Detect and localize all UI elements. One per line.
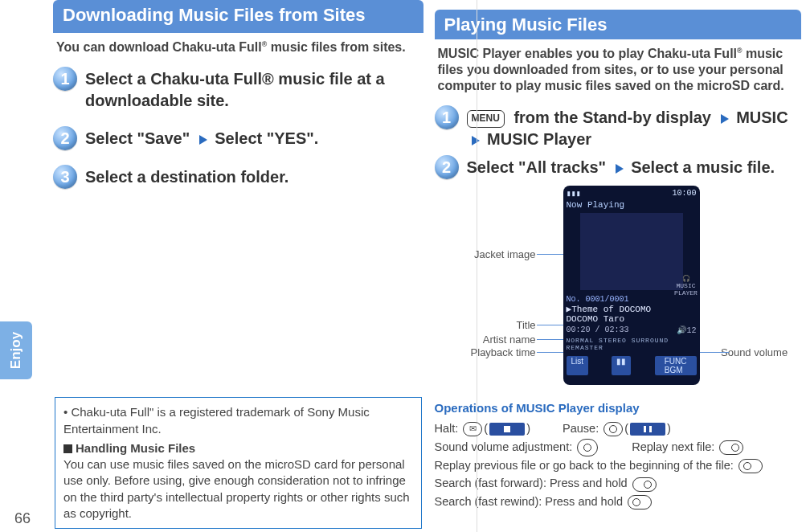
right-step-1-text: MENU from the Stand-by display MUSIC MUS…: [467, 105, 788, 150]
label-volume: Sound volume: [721, 346, 801, 358]
left-step-2: 2 Select "Save" Select "YES".: [53, 126, 423, 150]
signal-icon: ▮▮▮: [567, 189, 581, 198]
phone-time: 00:20 / 02:33: [567, 325, 629, 335]
phone-clock: 10:00: [672, 189, 696, 198]
right-step-1b: MUSIC: [736, 108, 788, 126]
page-number: 66: [14, 510, 31, 527]
left-step-1-text: Select a Chaku-uta Full® music file at a…: [85, 67, 423, 112]
op-halt: Halt: ✉(): [435, 419, 531, 437]
op-ff: Search (fast forward): Press and hold: [435, 474, 802, 492]
right-step-1a: from the Stand-by display: [513, 108, 711, 126]
left-key-icon: [738, 459, 763, 473]
side-tab: Enjoy: [0, 321, 32, 379]
arrow-icon: [472, 136, 480, 145]
left-intro-b: music files from sites.: [267, 40, 406, 54]
op-rw: Search (fast rewind): Press and hold: [435, 493, 802, 510]
phone-nowplaying: Now Playing: [567, 200, 697, 210]
stop-softkey-icon: [489, 423, 525, 436]
right-step-2: 2 Select "All tracks" Select a music fil…: [435, 155, 802, 179]
info-body: You can use music files saved on the mic…: [63, 456, 413, 522]
right-key-icon: [719, 440, 743, 455]
mail-key-icon: ✉: [463, 422, 482, 436]
phone-statusbar: ▮▮▮ 10:00: [567, 189, 697, 198]
phone-total: 02:33: [605, 325, 629, 334]
right-section-title: Playing Music Files: [435, 10, 802, 39]
phone-sk-right: FUNCBGM: [655, 356, 697, 375]
label-artist: Artist name: [435, 334, 536, 346]
phone-screenshot-area: Jacket image Title Artist name Playback …: [435, 186, 802, 395]
phone-elapsed: 00:20: [567, 325, 591, 334]
step-number-2: 2: [53, 126, 77, 150]
leader-line: [700, 352, 729, 353]
phone-mockup: ▮▮▮ 10:00 Now Playing 🎧MUSIC PLAYER No. …: [563, 186, 700, 385]
left-step-1: 1 Select a Chaku-uta Full® music file at…: [53, 67, 423, 112]
left-intro: You can download Chaku-uta Full® music f…: [56, 39, 420, 55]
menu-button-icon: MENU: [467, 110, 505, 127]
side-tab-label: Enjoy: [8, 332, 24, 369]
right-step-1c: MUSIC Player: [487, 130, 591, 148]
phone-track-title: ▶Theme of DOCOMO: [567, 304, 697, 314]
op-prev: Replay previous file or go back to the b…: [435, 456, 802, 474]
phone-timeline: 00:20 / 02:33 🔊12: [567, 325, 697, 335]
op-volume-label: Sound volume adjustment:: [435, 440, 573, 453]
step-number-3: 3: [53, 165, 77, 189]
info-box: • Chaku-uta Full" is a registered tradem…: [55, 397, 422, 529]
arrow-icon: [616, 164, 624, 174]
left-step-3: 3 Select a destination folder.: [53, 165, 423, 189]
right-intro-a: MUSIC Player enables you to play Chaku-u…: [438, 47, 738, 60]
step-number-1: 1: [435, 105, 459, 129]
step-number-1: 1: [53, 67, 77, 91]
phone-softkeys: List ▮▮ FUNCBGM: [567, 356, 697, 375]
right-intro: MUSIC Player enables you to play Chaku-u…: [438, 46, 799, 94]
step-number-2: 2: [435, 155, 459, 179]
arrow-icon: [199, 135, 207, 145]
info-bullet: • Chaku-uta Full" is a registered tradem…: [63, 404, 413, 437]
ops-list: Halt: ✉() Pause: () Sound volume adjustm…: [435, 419, 802, 510]
arrow-icon: [721, 114, 729, 124]
phone-volume: 🔊12: [677, 325, 696, 335]
left-step-2-text: Select "Save" Select "YES".: [85, 126, 318, 149]
music-player-logo-text: MUSIC PLAYER: [674, 282, 698, 297]
label-playback: Playback time: [435, 346, 536, 358]
info-subhead-row: Handling Music Files: [63, 440, 413, 456]
left-step-2a: Select "Save": [85, 129, 190, 147]
label-title: Title: [435, 319, 536, 331]
ops-row-2: Sound volume adjustment: Replay next fil…: [435, 438, 802, 456]
pause-softkey-icon: [630, 423, 665, 436]
label-jacket: Jacket image: [435, 248, 536, 260]
op-prev-label: Replay previous file or go back to the b…: [435, 459, 734, 472]
phone-sk-right-2: BGM: [660, 365, 688, 375]
music-player-logo: 🎧MUSIC PLAYER: [670, 275, 702, 297]
left-step-3-text: Select a destination folder.: [85, 165, 288, 188]
left-section-title: Downloading Music Files from Sites: [53, 0, 423, 33]
phone-volume-val: 12: [686, 326, 696, 335]
updown-key-icon: [577, 439, 598, 456]
right-key-icon: [632, 477, 657, 492]
right-step-2b: Select a music file.: [631, 158, 775, 176]
phone-jacket-image: 🎧MUSIC PLAYER: [580, 213, 683, 290]
phone-flags: NORMAL STEREO SURROUND REMASTER: [567, 337, 697, 351]
phone-sk-left: List: [567, 356, 589, 375]
op-pause-label: Pause:: [563, 422, 599, 435]
left-intro-a: You can download Chaku-uta Full: [56, 40, 262, 54]
info-subhead: Handling Music Files: [76, 441, 195, 455]
square-icon: [63, 444, 72, 453]
right-step-2a: Select "All tracks": [467, 158, 607, 176]
op-ff-label: Search (fast forward): Press and hold: [435, 477, 628, 489]
op-rw-label: Search (fast rewind): Press and hold: [435, 495, 624, 508]
left-step-2b: Select "YES".: [215, 129, 318, 147]
ops-title: Operations of MUSIC Player display: [435, 401, 802, 415]
op-halt-label: Halt:: [435, 422, 459, 435]
left-key-icon: [628, 495, 652, 509]
phone-sk-mid: ▮▮: [612, 356, 631, 375]
op-volume: Sound volume adjustment:: [435, 438, 600, 456]
ops-row-1: Halt: ✉() Pause: (): [435, 419, 802, 437]
op-pause: Pause: (): [563, 419, 671, 437]
info-bullet-text: Chaku-uta Full" is a registered trademar…: [63, 405, 370, 435]
op-next: Replay next file:: [632, 438, 745, 456]
op-next-label: Replay next file:: [632, 440, 714, 453]
center-key-icon: [603, 422, 623, 436]
right-step-2-text: Select "All tracks" Select a music file.: [467, 155, 775, 178]
phone-artist: DOCOMO Taro: [567, 314, 697, 324]
right-step-1: 1 MENU from the Stand-by display MUSIC M…: [435, 105, 802, 150]
